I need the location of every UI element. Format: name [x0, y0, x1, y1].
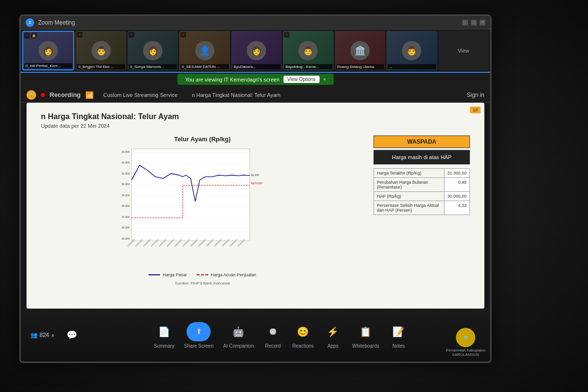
summary-label: Summary	[154, 343, 174, 349]
participant-icons: ✕	[77, 32, 82, 38]
svg-text:32.000: 32.000	[121, 161, 130, 164]
screen-container: Z Zoom Meeting — □ ✕ 👩 ✕ 🔒	[0, 0, 588, 392]
legend-solid-icon	[148, 274, 160, 275]
slide-content: 13 n Harga Tingkat Nasional: Telur Ayam …	[27, 103, 484, 309]
toolbar-left: 👥 824 ∧ 💬	[30, 325, 81, 345]
notes-button[interactable]: 📝 Notes	[389, 322, 408, 349]
chevron-up-icon[interactable]: ∧	[51, 333, 54, 338]
participant-thumb[interactable]: 🏛️ Ruang Sidang Utama	[335, 31, 385, 70]
table-cell-value: 30.000,00	[444, 192, 469, 201]
record-label: Record	[265, 343, 281, 349]
svg-text:26.000: 26.000	[121, 226, 130, 229]
table-cell-label: Persentase Selisih Harga Aktual dan HAP …	[374, 201, 444, 215]
svg-text:31.000: 31.000	[121, 172, 130, 175]
reactions-label: Reactions	[292, 343, 313, 349]
share-screen-label: Share Screen	[184, 343, 214, 349]
legend-dashed-icon	[197, 274, 208, 275]
wifi-icon: 📶	[85, 91, 94, 99]
chart-svg-container: 33.000 32.000 31.000 30.000 29.000 28.00…	[41, 146, 364, 270]
table-row: Persentase Selisih Harga Aktual dan HAP …	[374, 201, 470, 215]
slide-number-badge: 13	[470, 107, 481, 113]
source-label: Sumber: PIHPS Bank Indonesia	[175, 281, 230, 285]
apps-icon: ⚡	[323, 322, 343, 341]
minimize-btn[interactable]: —	[462, 20, 468, 26]
chart-area: Telur Ayam (Rp/kg) 33.000 32.000 31.000 …	[41, 135, 364, 293]
participant-avatar: 👩	[247, 41, 266, 60]
table-cell-value: 0,48	[444, 178, 469, 192]
whiteboards-button[interactable]: 📋 Whiteboards	[352, 322, 379, 349]
branding-name-line1: Pemerintah Kabupaten	[446, 348, 485, 352]
ai-companion-button[interactable]: 🤖 AI Companion	[223, 322, 254, 349]
table-cell-label: Perubahan Harga Bulanan (Persentase)	[374, 178, 444, 192]
svg-text:25.000: 25.000	[121, 237, 130, 240]
stream-text: Custom Live Streaming Service	[103, 92, 177, 98]
window-controls: — □ ✕	[462, 20, 485, 26]
participants-count: 👥 824 ∧	[30, 332, 54, 338]
participants-number: 824	[40, 332, 49, 338]
slide-title: n Harga Tingkat Nasional: Telur Ayam	[41, 112, 470, 121]
recording-dot-icon	[41, 93, 45, 97]
zoom-toolbar: 👥 824 ∧ 💬 📄 Summary ⬆	[21, 309, 490, 362]
branding-logo: 🏛️	[456, 328, 475, 347]
svg-text:27.000: 27.000	[121, 216, 130, 218]
participant-label: Bapolding - Keme...	[284, 64, 332, 69]
participant-thumb[interactable]: 👩 AyuDasara...	[231, 31, 281, 70]
participant-thumb[interactable]: 👨 ✕ 0_Brigjen TNI Eko ...	[76, 31, 126, 70]
apps-button[interactable]: ⚡ Apps	[323, 322, 343, 349]
close-btn[interactable]: ✕	[480, 20, 485, 26]
summary-button[interactable]: 📄 Summary	[154, 322, 174, 349]
participant-thumb[interactable]: View	[439, 31, 489, 70]
zoom-titlebar: Z Zoom Meeting — □ ✕	[21, 16, 490, 29]
monitor: Z Zoom Meeting — □ ✕ 👩 ✕ 🔒	[19, 14, 492, 363]
record-button[interactable]: ⏺ Record	[263, 322, 282, 349]
participant-icons: ✕ 🔒	[24, 33, 37, 39]
notification-bar: You are viewing IT Kemendagri's screen V…	[177, 74, 334, 85]
share-screen-button[interactable]: ⬆ Share Screen	[184, 322, 214, 349]
participant-label: 0_Brigjen TNI Eko ...	[77, 64, 125, 69]
branding-logo-text: 🏛️	[464, 336, 468, 339]
reactions-button[interactable]: 😊 Reactions	[292, 322, 313, 349]
table-cell-value: 4,33	[444, 201, 469, 215]
slide-body: Telur Ayam (Rp/kg) 33.000 32.000 31.000 …	[41, 135, 470, 293]
share-info-text: n Harga Tingkat Nasional: Telur Ayam	[192, 92, 281, 98]
ai-companion-label: AI Companion	[223, 343, 254, 349]
svg-text:Rp30.000: Rp30.000	[251, 182, 263, 185]
participant-thumb[interactable]: 👩 ✕ 🔒 0_Inti Pertiwi_Kem...	[22, 31, 74, 70]
table-row: Perubahan Harga Bulanan (Persentase) 0,4…	[374, 178, 470, 192]
chat-button[interactable]: 💬	[62, 325, 81, 345]
participant-thumb[interactable]: 👨 ...	[387, 31, 437, 70]
whiteboards-icon: 📋	[356, 322, 375, 341]
notes-label: Notes	[392, 343, 405, 349]
slide-subtitle: Update data per 22 Mei 2024	[41, 123, 470, 129]
record-icon: ⏺	[263, 322, 282, 341]
zoom-logo-icon: Z	[26, 18, 34, 27]
apps-label: Apps	[327, 343, 338, 349]
participant-label: Ruang Sidang Utama	[336, 64, 384, 69]
legend-acuan-label: Harga Acuan Penjualan	[211, 272, 256, 277]
participant-thumb[interactable]: 👨 ✕ Bapolding - Keme...	[283, 31, 333, 70]
participant-label: 0_SESJAM DATUN ...	[180, 64, 228, 69]
chevron-down-icon[interactable]: ▾	[323, 77, 326, 82]
sign-in-button[interactable]: Sign in	[467, 92, 484, 98]
participant-avatar: 👩	[39, 41, 58, 60]
legend-pasar-label: Harga Pasar	[162, 272, 187, 277]
participant-thumb[interactable]: 👩 ✕ 0_Sonya Mamoris...	[128, 31, 178, 70]
participant-thumb[interactable]: 👤 ✕ 0_SESJAM DATUN ...	[179, 31, 229, 70]
svg-text:30.000: 30.000	[121, 183, 130, 186]
zoom-window: Z Zoom Meeting — □ ✕ 👩 ✕ 🔒	[21, 16, 490, 362]
table-row: HAP (Rp/kg) 30.000,00	[374, 192, 470, 201]
participants-strip: 👩 ✕ 🔒 0_Inti Pertiwi_Kem... 👨 ✕ 0_	[21, 29, 490, 73]
recording-bar: 🔒 Recording 📶 Custom Live Streaming Serv…	[21, 87, 490, 103]
maximize-btn[interactable]: □	[471, 20, 477, 26]
participant-icons: ✕	[284, 32, 290, 38]
view-options-button[interactable]: View Options	[283, 76, 320, 83]
table-cell-value: 31.300,00	[444, 169, 469, 178]
whiteboards-label: Whiteboards	[352, 343, 379, 349]
reactions-icon: 😊	[294, 322, 313, 341]
toolbar-center: 📄 Summary ⬆ Share Screen 🤖 AI Companion …	[81, 322, 481, 349]
chart-legend: Harga Pasar Harga Acuan Penjualan	[41, 272, 364, 277]
chart-svg: 33.000 32.000 31.000 30.000 29.000 28.00…	[41, 146, 364, 257]
participant-avatar: 🏛️	[350, 41, 370, 60]
svg-text:33.000: 33.000	[121, 150, 130, 153]
people-icon: 👥	[30, 332, 38, 338]
